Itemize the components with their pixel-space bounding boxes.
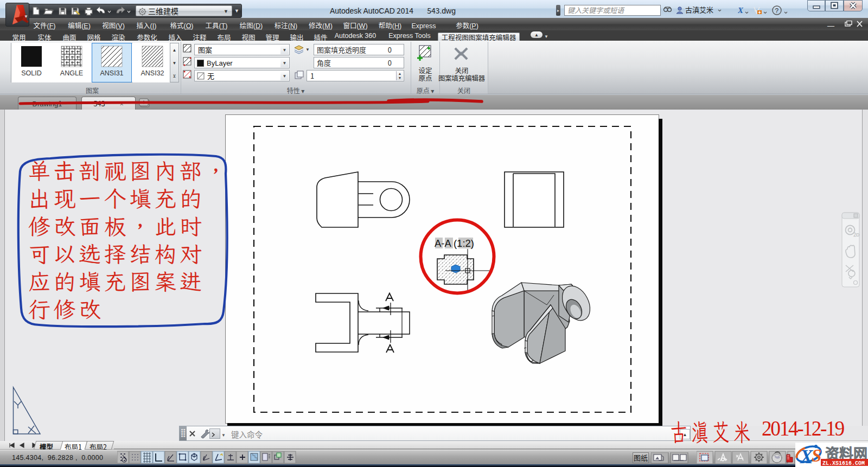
svg-text:S: S — [812, 446, 821, 465]
svg-text:2D: 2D — [853, 231, 860, 238]
svg-text:ZL.XS1616.COM: ZL.XS1616.COM — [822, 460, 865, 466]
svg-text:A-A (1:2): A-A (1:2) — [435, 238, 474, 249]
